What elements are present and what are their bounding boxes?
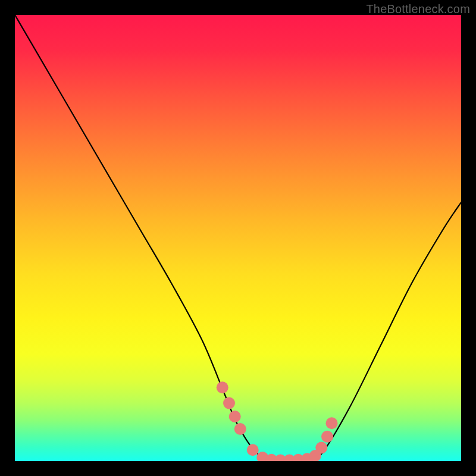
marker-dot (223, 397, 235, 409)
marker-dot (321, 431, 333, 443)
marker-dot (315, 442, 327, 454)
marker-dot (217, 381, 228, 393)
marker-dot (234, 423, 246, 435)
plot-area (15, 15, 461, 461)
marker-dot (247, 444, 259, 456)
chart-frame: TheBottleneck.com (0, 0, 476, 476)
highlight-markers (217, 381, 338, 461)
marker-dot (229, 411, 241, 422)
chart-svg (15, 15, 461, 461)
bottleneck-curve (15, 15, 461, 461)
watermark-text: TheBottleneck.com (366, 2, 470, 16)
marker-dot (326, 417, 338, 429)
